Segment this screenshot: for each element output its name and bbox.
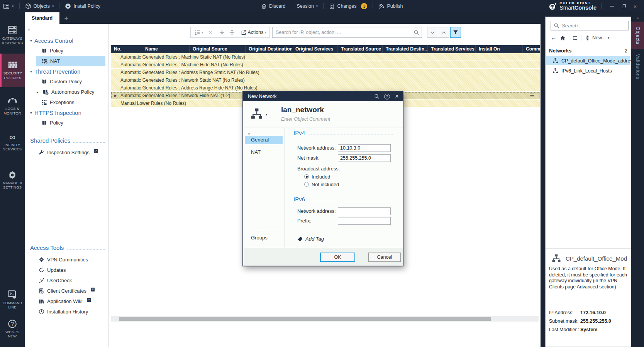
dialog-tab-nat[interactable]: NAT [245,148,283,157]
rail-item-logs-monitor[interactable]: LOGS & MONITOR [0,93,25,118]
ipv4-network-address-input[interactable] [338,144,391,152]
side-tab-objects[interactable]: Objects [631,22,644,49]
column-header-translated-services[interactable]: Translated Services [428,45,476,53]
column-header-comments[interactable]: Comm [523,45,540,53]
collapse-panel-button[interactable]: « [25,24,108,32]
table-row[interactable]: Automatic Generated Rules : Machine Stat… [111,53,540,61]
install-policy-button[interactable]: Install Policy [62,0,103,12]
row-expander-icon[interactable]: ▶ [114,92,117,99]
radio-button-icon[interactable] [304,182,309,187]
maximize-button[interactable] [618,2,629,10]
tree-item-application-wiki[interactable]: Application Wiki ↗ [33,296,105,307]
object-comment-field[interactable]: Enter Object Comment [281,116,330,122]
rulebase-search-input[interactable] [272,27,411,38]
tree-item-inspection-settings[interactable]: Inspection Settings ↗ [33,147,105,158]
object-name-field[interactable]: lan_network [281,106,324,114]
find-previous-button[interactable] [438,27,449,38]
row-menu-icon[interactable]: ☰ [530,92,534,99]
side-tab-validations[interactable]: Validations [631,49,644,83]
radio-included[interactable]: Included [304,174,330,180]
network-object-icon[interactable] [250,108,263,120]
dialog-groups-label[interactable]: Groups [251,235,268,241]
dialog-help-button[interactable]: ? [383,93,390,100]
column-header-original-source[interactable]: Original Source [190,45,246,53]
tree-item-vpn-communities[interactable]: VPN Communities [33,254,105,265]
rail-item-security-policies[interactable]: SECURITY POLICIES [0,54,25,87]
expand-all-button[interactable] [218,29,226,36]
top-menubar: ▾ Objects ▾ Install Policy Discard Sessi… [0,0,644,12]
tree-item-installation-history[interactable]: Installation History [33,307,105,317]
rail-item-infinity-services[interactable]: ∞ INFINITY SERVICES [0,130,25,155]
tree-item-custom-policy[interactable]: Custom Policy [36,76,105,87]
filter-button[interactable] [450,27,461,38]
scrollbar-thumb[interactable] [119,317,491,321]
tree-item-https-policy[interactable]: Policy [36,118,105,128]
changes-button[interactable]: Changes 3 [326,0,370,12]
dialog-general-form: IPv4 Network address: Net mask: Broadcas… [293,128,395,248]
delete-rule-button[interactable] [207,29,215,36]
ipv6-prefix-input[interactable] [338,217,391,225]
column-header-install-on[interactable]: Install On [476,45,523,53]
tree-group-access-control[interactable]: ▾ Access Control [30,35,108,45]
radio-button-icon[interactable] [304,174,309,179]
find-next-button[interactable] [427,27,438,38]
cancel-button[interactable]: Cancel [368,253,401,262]
dialog-tab-general[interactable]: General [245,136,283,144]
add-tab-button[interactable]: + [59,14,73,24]
publish-button[interactable]: Publish [375,0,406,12]
column-header-original-services[interactable]: Original Services [292,45,338,53]
back-button[interactable]: ← [551,34,557,41]
dialog-close-button[interactable]: × [393,93,400,100]
tree-group-threat-prevention[interactable]: ▾ Threat Prevention [30,66,108,76]
tree-item-autonomous-policy[interactable]: ▸ Autonomous Policy [36,87,105,97]
new-object-button[interactable]: New... ▾ [585,35,609,41]
column-header-no[interactable]: No. [111,45,142,53]
rail-item-whats-new[interactable]: WHAT'S NEW [0,317,25,342]
categories-list-button[interactable] [572,35,578,41]
column-header-name[interactable]: Name [142,45,190,53]
object-list-item[interactable]: CP_default_Office_Mode_address... [546,56,630,65]
table-row[interactable]: Automatic Generated Rules : Machine Hide… [111,61,540,69]
rail-item-manage-settings[interactable]: MANAGE & SETTINGS [0,168,25,193]
home-button[interactable] [560,35,566,41]
actions-menu-button[interactable]: Actions ▾ [239,29,268,36]
rail-item-gateways-servers[interactable]: GATEWAYS & SERVERS [0,22,25,48]
tab-standard[interactable]: Standard [25,12,59,24]
tree-group-https-inspection[interactable]: ▾ HTTPS Inspection [30,108,108,118]
table-row[interactable]: Automatic Generated Rules : Network Stat… [111,76,540,84]
column-header-translated-source[interactable]: Translated Source [338,45,383,53]
ok-button[interactable]: OK [320,253,355,262]
column-header-translated-destination[interactable]: Translated Destin... [383,45,428,53]
tree-item-client-certificates[interactable]: Client Certificates ↗ [33,286,105,296]
session-menu-button[interactable]: Session ▾ [293,0,321,12]
expand-panel-button[interactable]: » [631,12,644,22]
minimize-button[interactable] [606,2,618,10]
ipv6-network-address-input[interactable] [338,207,391,215]
dialog-search-button[interactable] [373,93,380,100]
radio-not-included[interactable]: Not included [304,181,339,187]
discard-button[interactable]: Discard [258,0,288,12]
objects-menu-button[interactable]: Objects ▾ [22,0,57,12]
add-tag-button[interactable]: Add Tag [297,236,324,242]
search-button[interactable] [411,27,422,38]
collapse-all-button[interactable] [228,29,236,36]
horizontal-scrollbar[interactable] [111,316,539,322]
object-list-item[interactable]: IPv6_Link_Local_Hosts [546,66,630,75]
objects-search-input[interactable] [562,23,625,29]
tree-item-exceptions[interactable]: Exceptions [36,97,105,108]
tree-item-policy[interactable]: Policy [36,45,105,56]
tree-item-nat[interactable]: NAT [36,56,105,66]
ipv4-net-mask-input[interactable] [338,154,391,162]
close-button[interactable]: × [629,2,641,10]
table-row[interactable]: Automatic Generated Rules : Address Rang… [111,69,540,76]
add-rule-button[interactable]: ▾ [193,29,205,36]
expander-icon[interactable]: ▸ [37,90,40,94]
tree-item-usercheck[interactable]: UserCheck [33,275,105,286]
app-menu-button[interactable]: ▾ [0,0,17,12]
tree-item-updates[interactable]: Updates [33,265,105,275]
rail-item-command-line[interactable]: COMMAND LINE [0,287,25,313]
object-type-caret-icon[interactable]: ▾ [266,113,268,116]
column-header-original-destination[interactable]: Original Destination [246,45,292,53]
collapse-nav-button[interactable]: « [243,128,285,136]
table-row[interactable]: Automatic Generated Rules : Address Rang… [111,84,540,92]
